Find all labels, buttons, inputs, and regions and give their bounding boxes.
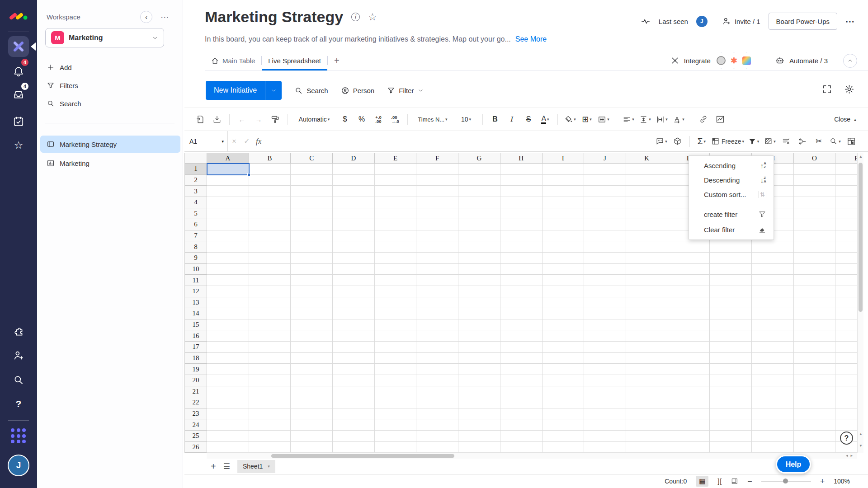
grid-cell-D14[interactable]	[333, 308, 375, 319]
grid-cell-P16[interactable]	[835, 330, 857, 342]
grid-cell-I19[interactable]	[542, 364, 585, 375]
grid-cell-G14[interactable]	[458, 308, 500, 319]
grid-cell-H17[interactable]	[500, 342, 542, 353]
grid-cell-I8[interactable]	[542, 241, 585, 253]
grid-cell-K13[interactable]	[626, 297, 668, 309]
function-fx-icon[interactable]: fx	[256, 137, 261, 146]
grid-cell-H1[interactable]	[500, 164, 542, 175]
grid-cell-H15[interactable]	[500, 319, 542, 331]
italic-icon[interactable]: I	[505, 113, 519, 126]
grid-cell-E25[interactable]	[375, 431, 417, 442]
grid-cell-J7[interactable]	[584, 230, 626, 242]
grid-cell-K22[interactable]	[626, 397, 668, 408]
grid-cell-O12[interactable]	[794, 286, 836, 297]
grid-cell-J4[interactable]	[584, 197, 626, 208]
grid-cell-N10[interactable]	[752, 264, 794, 275]
grid-cell-M23[interactable]	[710, 408, 752, 420]
grid-cell-M22[interactable]	[710, 397, 752, 408]
sum-function-dropdown[interactable]: Σ▾	[695, 135, 708, 148]
grid-cell-E18[interactable]	[375, 353, 417, 364]
borders-dropdown[interactable]: ⊞▾	[580, 113, 594, 126]
grid-cell-P2[interactable]	[835, 175, 857, 186]
grid-cell-J1[interactable]	[584, 164, 626, 175]
grid-cell-N11[interactable]	[752, 275, 794, 286]
grid-cell-L25[interactable]	[668, 431, 710, 442]
protect-sheet-icon[interactable]	[844, 135, 858, 148]
grid-cell-I6[interactable]	[542, 219, 585, 230]
grid-cell-F2[interactable]	[416, 175, 458, 186]
grid-cell-P18[interactable]	[835, 353, 857, 364]
sidebar-add-button[interactable]: Add	[47, 63, 72, 71]
grid-cell-D19[interactable]	[333, 364, 375, 375]
grid-cell-H23[interactable]	[500, 408, 542, 420]
grid-cell-A14[interactable]	[207, 308, 249, 319]
grid-cell-I11[interactable]	[542, 275, 585, 286]
integration-badges[interactable]: ✱	[716, 52, 754, 69]
grid-cell-M13[interactable]	[710, 297, 752, 309]
grid-cell-D12[interactable]	[333, 286, 375, 297]
grid-cell-F9[interactable]	[416, 253, 458, 264]
grid-cell-C7[interactable]	[291, 230, 333, 242]
grid-cell-A2[interactable]	[207, 175, 249, 186]
grid-cell-O23[interactable]	[794, 408, 836, 420]
grid-cell-O8[interactable]	[794, 241, 836, 253]
grid-cell-G6[interactable]	[458, 219, 500, 230]
grid-cell-L23[interactable]	[668, 408, 710, 420]
grid-cell-H3[interactable]	[500, 186, 542, 197]
grid-cell-N16[interactable]	[752, 330, 794, 342]
grid-cell-M21[interactable]	[710, 386, 752, 398]
grid-cell-K21[interactable]	[626, 386, 668, 398]
insert-link-icon[interactable]	[697, 113, 710, 126]
sheet-tab-sheet1[interactable]: Sheet1 ▾	[237, 460, 275, 473]
grid-cell-B1[interactable]	[249, 164, 291, 175]
font-size-dropdown[interactable]: 10▾	[455, 113, 477, 126]
row-header-9[interactable]: 9	[185, 253, 207, 264]
column-header-B[interactable]: B	[249, 153, 291, 164]
grid-cell-B10[interactable]	[249, 264, 291, 275]
grid-cell-N22[interactable]	[752, 397, 794, 408]
tab-live-spreadsheet[interactable]: Live Spreadsheet	[262, 51, 327, 70]
grid-cell-O18[interactable]	[794, 353, 836, 364]
grid-cell-C21[interactable]	[291, 386, 333, 398]
confirm-entry-icon[interactable]: ✓	[241, 137, 253, 145]
grid-cell-H24[interactable]	[500, 419, 542, 431]
row-header-10[interactable]: 10	[185, 264, 207, 275]
grid-cell-N20[interactable]	[752, 375, 794, 386]
grid-cell-N14[interactable]	[752, 308, 794, 319]
grid-cell-I18[interactable]	[542, 353, 585, 364]
grid-cell-G2[interactable]	[458, 175, 500, 186]
grid-cell-O14[interactable]	[794, 308, 836, 319]
bold-icon[interactable]: B	[488, 113, 502, 126]
grid-cell-A24[interactable]	[207, 419, 249, 431]
grid-cell-J5[interactable]	[584, 208, 626, 220]
grid-cell-P21[interactable]	[835, 386, 857, 398]
grid-cell-E2[interactable]	[375, 175, 417, 186]
grid-cell-G26[interactable]	[458, 442, 500, 453]
horizontal-align-dropdown[interactable]: ▾	[622, 113, 635, 126]
sidebar-item-marketing-strategy[interactable]: Marketing Strategy	[40, 136, 180, 153]
grid-cell-F20[interactable]	[416, 375, 458, 386]
grid-cell-E4[interactable]	[375, 197, 417, 208]
grid-cell-C17[interactable]	[291, 342, 333, 353]
grid-cell-A6[interactable]	[207, 219, 249, 230]
grid-cell-O9[interactable]	[794, 253, 836, 264]
grid-cell-I25[interactable]	[542, 431, 585, 442]
user-avatar[interactable]: J	[0, 455, 37, 476]
font-family-dropdown[interactable]: Times N...▾	[413, 113, 452, 126]
grid-cell-D20[interactable]	[333, 375, 375, 386]
grid-cell-H19[interactable]	[500, 364, 542, 375]
grid-cell-G22[interactable]	[458, 397, 500, 408]
board-search-button[interactable]: Search	[294, 86, 328, 95]
grid-cell-C26[interactable]	[291, 442, 333, 453]
grid-cell-H9[interactable]	[500, 253, 542, 264]
grid-cell-A25[interactable]	[207, 431, 249, 442]
grid-cell-L8[interactable]	[668, 241, 710, 253]
grid-cell-P24[interactable]	[835, 419, 857, 431]
grid-cell-M8[interactable]	[710, 241, 752, 253]
grid-cell-B17[interactable]	[249, 342, 291, 353]
grid-cell-F8[interactable]	[416, 241, 458, 253]
workspace-menu-button[interactable]: ⋯	[160, 12, 170, 22]
grid-cell-H20[interactable]	[500, 375, 542, 386]
grid-cell-K5[interactable]	[626, 208, 668, 220]
grid-cell-N15[interactable]	[752, 319, 794, 331]
